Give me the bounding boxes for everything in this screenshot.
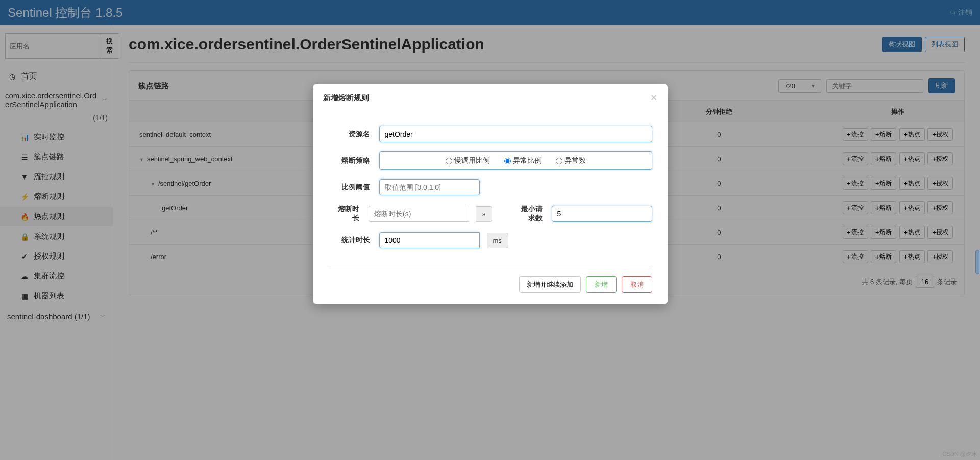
watermark: CSDN @夕冰 [943, 450, 977, 458]
strategy-option[interactable]: 慢调用比例 [446, 156, 490, 165]
radio-input[interactable] [556, 158, 562, 164]
strategy-label: 慢调用比例 [454, 156, 490, 165]
label-timewindow: 熔断时长 [333, 205, 359, 223]
strategy-option[interactable]: 异常比例 [504, 156, 542, 165]
add-button[interactable]: 新增 [586, 276, 617, 293]
strategy-label: 异常比例 [513, 156, 542, 165]
stat-input[interactable] [379, 232, 480, 248]
strategy-label: 异常数 [565, 156, 586, 165]
modal-title: 新增熔断规则 [323, 93, 651, 103]
radio-input[interactable] [446, 158, 452, 164]
degrade-rule-modal: 新增熔断规则 × 资源名 熔断策略 慢调用比例异常比例异常数 比例阈值 熔断时长… [313, 84, 668, 304]
label-resource: 资源名 [333, 130, 370, 139]
minreq-input[interactable] [552, 206, 652, 222]
label-threshold: 比例阈值 [333, 183, 370, 192]
stat-unit: ms [487, 233, 508, 248]
close-icon[interactable]: × [651, 92, 657, 104]
cancel-button[interactable]: 取消 [622, 276, 652, 293]
strategy-option[interactable]: 异常数 [556, 156, 586, 165]
modal-overlay: 新增熔断规则 × 资源名 熔断策略 慢调用比例异常比例异常数 比例阈值 熔断时长… [0, 0, 980, 460]
threshold-input[interactable] [379, 179, 480, 195]
label-stat: 统计时长 [333, 236, 370, 245]
label-minreq: 最小请求数 [517, 205, 542, 223]
scrollbar-thumb[interactable] [975, 250, 979, 274]
strategy-radio-group: 慢调用比例异常比例异常数 [379, 151, 652, 170]
radio-input[interactable] [504, 158, 511, 164]
add-continue-button[interactable]: 新增并继续添加 [519, 276, 581, 293]
resource-input[interactable] [379, 126, 652, 142]
label-strategy: 熔断策略 [333, 156, 370, 165]
timewindow-input[interactable] [369, 206, 469, 222]
timewindow-unit: s [476, 206, 493, 222]
